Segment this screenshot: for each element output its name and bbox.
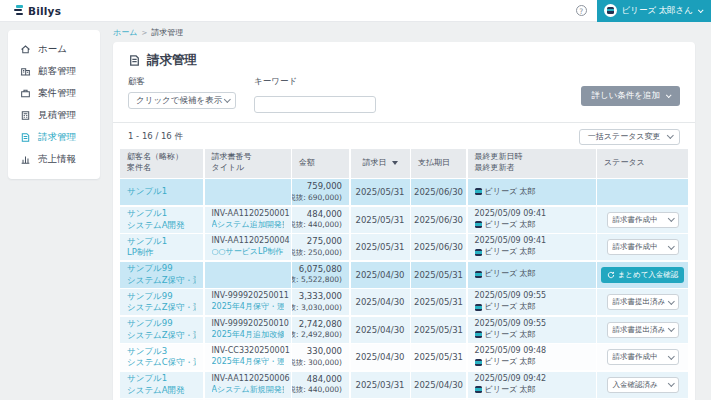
keyword-input[interactable] xyxy=(254,96,376,113)
app-logo-text: Billys xyxy=(28,5,61,17)
sidebar: ホーム 顧客管理 案件管理 見積管理 請求管理 売上情報 xyxy=(8,30,100,179)
project-link[interactable]: LP制作 xyxy=(127,247,196,258)
customer-filter-label: 顧客 xyxy=(128,76,236,88)
invoice-title-link[interactable]: Aシステム新規開発費用 xyxy=(212,385,284,396)
header-customer: 顧客名（略称）案件名 xyxy=(120,149,203,178)
invoice-number: INV-999920250011 xyxy=(212,291,284,302)
customer-link[interactable]: サンプル99 xyxy=(127,291,196,302)
customer-filter-value: クリックで候補を表示 xyxy=(136,95,222,107)
table-row: サンプル99システムZ保守・運用 6,075,080(税抜: 5,522,800… xyxy=(120,262,688,288)
table-header-row: 顧客名（略称）案件名 請求書番号タイトル 金額 請求日 支払期日 最終更新日時最… xyxy=(120,149,688,178)
bulk-payment-confirm-button[interactable]: まとめて入金確認 xyxy=(601,267,685,283)
status-dropdown[interactable]: 請求書提出済み xyxy=(607,294,679,310)
project-link[interactable]: システムZ保守・運用 xyxy=(127,302,196,313)
sidebar-item-home[interactable]: ホーム xyxy=(8,38,100,60)
table-row: サンプル1システムA開発 INV-AA1120250006Aシステム新規開発費用… xyxy=(120,372,688,398)
add-condition-label: 詳しい条件を追加 xyxy=(591,90,660,102)
project-link[interactable]: システムZ保守・運用 xyxy=(127,330,196,341)
chevron-down-icon xyxy=(698,7,704,13)
user-menu-button[interactable]: ビリーズ 太郎さん xyxy=(597,0,711,22)
chevron-down-icon xyxy=(224,96,230,102)
invoice-number: INV-AA1120250001 xyxy=(212,209,284,220)
invoice-title-link[interactable]: 2025年4月保守・運用費用 xyxy=(212,302,284,313)
sidebar-item-label: 請求管理 xyxy=(38,131,76,144)
chevron-down-icon xyxy=(666,92,672,98)
quotes-icon xyxy=(20,110,31,121)
header-status: ステータス xyxy=(597,149,688,178)
invoice-table: 顧客名（略称）案件名 請求書番号タイトル 金額 請求日 支払期日 最終更新日時最… xyxy=(120,149,688,400)
table-row: サンプル3システムC保守・運用 INV-CC33202500012025年4月保… xyxy=(120,344,688,370)
sidebar-item-label: ホーム xyxy=(38,43,67,56)
status-dropdown[interactable]: 請求書提出済み xyxy=(607,322,679,338)
sales-icon xyxy=(20,154,31,165)
user-avatar-icon xyxy=(475,386,482,393)
sidebar-item-customers[interactable]: 顧客管理 xyxy=(8,60,100,82)
project-link[interactable]: システムA開発 xyxy=(127,385,196,396)
projects-icon xyxy=(20,88,31,99)
table-row: サンプル99システムZ保守・運用 INV-9999202500102025年4月… xyxy=(120,317,688,343)
invoice-title-link[interactable]: 2025年4月追加改修費用 xyxy=(212,330,284,341)
breadcrumb-separator: > xyxy=(141,29,147,37)
status-dropdown[interactable]: 請求書作成中 xyxy=(607,349,679,365)
bulk-status-label: 一括ステータス変更 xyxy=(588,131,661,142)
billys-logo-icon xyxy=(14,5,24,16)
user-avatar-icon xyxy=(475,188,482,195)
status-dropdown[interactable]: 入金確認済み xyxy=(607,377,679,393)
invoice-title-link[interactable]: 2025年4月保守・運用費用 xyxy=(212,357,284,368)
user-avatar-icon xyxy=(475,249,482,256)
sidebar-item-quotes[interactable]: 見積管理 xyxy=(8,104,100,126)
sidebar-item-invoices[interactable]: 請求管理 xyxy=(8,126,100,148)
table-row: サンプル1LP制作 INV-AA1120250004○○サービスLP制作 275… xyxy=(120,234,688,260)
customer-link[interactable]: サンプル1 xyxy=(127,208,196,219)
home-icon xyxy=(20,44,31,55)
status-dropdown[interactable]: 請求書作成中 xyxy=(607,239,679,255)
customers-icon xyxy=(20,66,31,77)
invoice-number: INV-AA1120250006 xyxy=(212,374,284,385)
refresh-icon xyxy=(607,271,615,279)
sidebar-item-label: 顧客管理 xyxy=(38,65,76,78)
table-row: サンプル1 759,000(税抜: 690,000) 2025/05/31 20… xyxy=(120,179,688,205)
invoice-title-link[interactable]: ○○サービスLP制作 xyxy=(212,247,284,258)
page-title: 請求管理 xyxy=(147,52,197,69)
chevron-down-icon xyxy=(667,132,673,138)
header-updated: 最終更新日時最終更新者 xyxy=(468,149,596,178)
table-row: サンプル1システムA開発 INV-AA1120250001Aシステム追加開発費用… xyxy=(120,207,688,233)
breadcrumb: ホーム > 請求管理 xyxy=(113,27,183,38)
user-avatar-icon xyxy=(475,271,482,278)
sidebar-item-sales[interactable]: 売上情報 xyxy=(8,148,100,170)
bulk-status-change-button[interactable]: 一括ステータス変更 xyxy=(579,129,680,145)
user-avatar-icon xyxy=(475,304,482,311)
invoice-number: INV-CC3320250001 xyxy=(212,346,284,357)
customer-link[interactable]: サンプル99 xyxy=(127,263,196,274)
chevron-down-icon xyxy=(668,353,674,359)
chevron-down-icon xyxy=(668,243,674,249)
project-link[interactable]: システムC保守・運用 xyxy=(127,357,196,368)
sidebar-item-label: 案件管理 xyxy=(38,87,76,100)
sidebar-item-label: 見積管理 xyxy=(38,109,76,122)
user-avatar-icon xyxy=(475,359,482,366)
header-invoice-date[interactable]: 請求日 xyxy=(351,149,410,178)
customer-link[interactable]: サンプル1 xyxy=(127,373,196,384)
customer-link[interactable]: サンプル1 xyxy=(127,186,196,197)
add-condition-button[interactable]: 詳しい条件を追加 xyxy=(581,86,680,106)
header-due-date: 支払期日 xyxy=(411,149,466,178)
customer-link[interactable]: サンプル99 xyxy=(127,318,196,329)
project-link[interactable]: システムA開発 xyxy=(127,220,196,231)
chevron-down-icon xyxy=(668,215,674,221)
project-link[interactable]: システムZ保守・運用 xyxy=(127,275,196,286)
chevron-down-icon xyxy=(668,380,674,386)
breadcrumb-current: 請求管理 xyxy=(151,27,183,38)
customer-filter-select[interactable]: クリックで候補を表示 xyxy=(128,92,236,109)
customer-link[interactable]: サンプル3 xyxy=(127,346,196,357)
help-icon[interactable] xyxy=(576,5,587,16)
topbar: Billys ビリーズ 太郎さん xyxy=(0,0,711,22)
sidebar-item-projects[interactable]: 案件管理 xyxy=(8,82,100,104)
invoice-management-panel: 請求管理 顧客 クリックで候補を表示 キーワード 詳しい条件を追加 1 - 16… xyxy=(113,42,695,400)
breadcrumb-home-link[interactable]: ホーム xyxy=(113,27,137,38)
divider xyxy=(113,122,695,123)
customer-link[interactable]: サンプル1 xyxy=(127,236,196,247)
user-avatar-icon xyxy=(475,221,482,228)
user-name: ビリーズ 太郎さん xyxy=(622,5,693,17)
status-dropdown[interactable]: 請求書作成中 xyxy=(607,212,679,228)
invoice-title-link[interactable]: Aシステム追加開発費用 xyxy=(212,220,284,231)
